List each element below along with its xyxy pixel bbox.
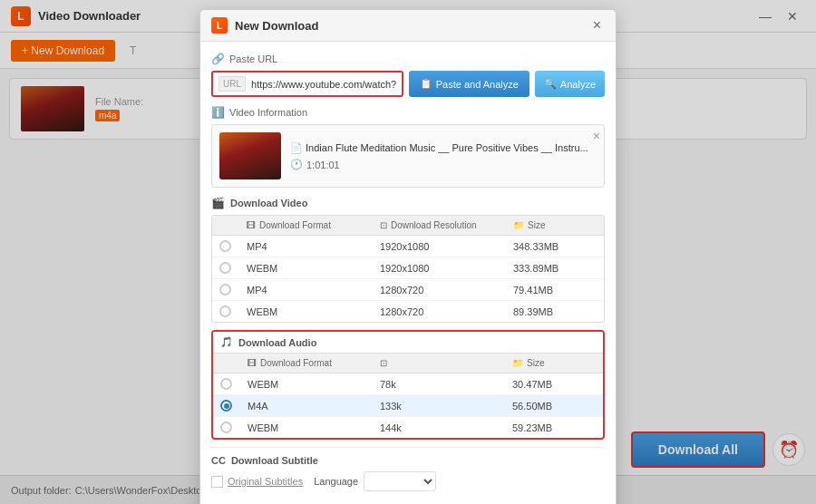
audio-bitrate-0: 78k: [380, 379, 512, 390]
url-icon: URL: [219, 76, 246, 92]
video-radio-0[interactable]: [219, 240, 231, 252]
audio-size-0: 30.47MB: [512, 379, 585, 390]
audio-size-2: 59.23MB: [512, 422, 585, 433]
download-video-section-header: 🎬 Download Video: [211, 197, 605, 209]
dialog-close-button[interactable]: ×: [589, 17, 605, 34]
video-format-3: WEBM: [247, 306, 380, 317]
url-input-row: URL 📋 Paste and Analyze 🔍 Analyze: [211, 71, 605, 97]
original-subtitles-checkbox[interactable]: [211, 476, 223, 488]
video-size-0: 348.33MB: [513, 241, 586, 252]
video-format-row-3: WEBM 1280x720 89.39MB: [212, 301, 604, 322]
video-size-3: 89.39MB: [513, 306, 586, 317]
dialog-body: 🔗 Paste URL URL 📋 Paste and Analyze 🔍 An…: [200, 42, 616, 504]
language-select[interactable]: [364, 471, 436, 491]
video-resolution-2: 1280x720: [380, 285, 513, 296]
dialog-title: New Download: [235, 19, 318, 33]
video-size-2: 79.41MB: [513, 285, 586, 296]
audio-radio-0[interactable]: [220, 378, 232, 390]
audio-row-0: WEBM 78k 30.47MB: [213, 373, 603, 395]
file-icon: 📄: [290, 142, 303, 153]
audio-bitrate-col-header: ⊡: [380, 358, 512, 368]
paste-icon: 📋: [420, 78, 432, 90]
video-duration: 🕐 1:01:01: [290, 159, 597, 170]
new-download-dialog: L New Download × 🔗 Paste URL URL: [199, 9, 617, 504]
video-info-box: 📄 Indian Flute Meditation Music __ Pure …: [211, 124, 605, 188]
video-resolution-1: 1920x1080: [380, 263, 513, 274]
video-title: 📄 Indian Flute Meditation Music __ Pure …: [290, 141, 597, 154]
audio-radio-2[interactable]: [220, 422, 232, 433]
audio-size-1: 56.50MB: [512, 401, 585, 412]
video-radio-1[interactable]: [219, 262, 231, 274]
video-section-icon: 🎬: [211, 197, 225, 209]
audio-size-col-header: 📁 Size: [512, 358, 585, 368]
video-format-row-0: MP4 1920x1080 348.33MB: [212, 236, 604, 257]
url-section-icon: 🔗: [211, 53, 225, 65]
video-format-row-2: MP4 1280x720 79.41MB: [212, 279, 604, 301]
video-resolution-3: 1280x720: [380, 306, 513, 317]
subtitle-icon: CC: [211, 455, 226, 466]
subtitle-section: CC Download Subtitle Original Subtitles …: [211, 447, 605, 491]
clock-icon: 🕐: [290, 159, 303, 170]
format-col-icon: 🎞: [247, 220, 256, 230]
video-radio-3[interactable]: [219, 305, 231, 317]
paste-url-section-label: 🔗 Paste URL: [211, 53, 605, 65]
audio-format-col-header: 🎞 Download Format: [248, 358, 380, 368]
language-label: Language: [314, 476, 358, 487]
audio-format-0: WEBM: [248, 379, 380, 390]
audio-size-icon: 📁: [512, 358, 523, 368]
audio-format-2: WEBM: [248, 422, 380, 433]
video-format-0: MP4: [247, 241, 380, 252]
video-radio-2[interactable]: [219, 284, 231, 296]
video-size-1: 333.89MB: [513, 263, 586, 274]
video-format-row-1: WEBM 1920x1080 333.89MB: [212, 257, 604, 279]
audio-format-1: M4A: [248, 401, 380, 412]
resolution-col-header: ⊡ Download Resolution: [380, 220, 513, 230]
video-info-close-button[interactable]: ×: [593, 129, 600, 143]
dialog-logo-icon: L: [211, 17, 228, 34]
format-col-header: 🎞 Download Format: [247, 220, 380, 230]
video-info-section-label: ℹ️ Video Information: [211, 106, 605, 119]
audio-row-2: WEBM 144k 59.23MB: [213, 417, 603, 438]
analyze-button[interactable]: 🔍 Analyze: [535, 71, 605, 97]
size-col-header: 📁 Size: [513, 220, 586, 230]
audio-bitrate-1: 133k: [380, 401, 512, 412]
video-format-1: WEBM: [247, 263, 380, 274]
video-thumbnail: [219, 132, 281, 179]
video-details: 📄 Indian Flute Meditation Music __ Pure …: [290, 141, 597, 170]
language-group: Language: [314, 471, 436, 491]
original-subtitles-label[interactable]: Original Subtitles: [211, 476, 303, 488]
audio-section-header: 🎵 Download Audio: [213, 332, 603, 354]
audio-table-header: 🎞 Download Format ⊡ 📁 Size: [213, 354, 603, 373]
paste-analyze-button[interactable]: 📋 Paste and Analyze: [409, 71, 529, 97]
app-background: L Video Downloader — ✕ + New Download T: [0, 0, 816, 504]
video-format-2: MP4: [247, 285, 380, 296]
audio-bitrate-2: 144k: [380, 422, 512, 433]
audio-bitrate-icon: ⊡: [380, 358, 387, 368]
audio-radio-1[interactable]: [220, 400, 232, 412]
search-icon: 🔍: [544, 78, 557, 90]
audio-row-1: M4A 133k 56.50MB: [213, 395, 603, 417]
url-input[interactable]: [251, 79, 396, 90]
video-resolution-0: 1920x1080: [380, 241, 513, 252]
video-format-table: 🎞 Download Format ⊡ Download Resolution …: [211, 215, 605, 323]
format-table-header: 🎞 Download Format ⊡ Download Resolution …: [212, 216, 604, 236]
audio-format-icon: 🎞: [248, 358, 257, 368]
url-input-wrapper: URL: [211, 71, 403, 97]
subtitle-row: Original Subtitles Language: [211, 471, 605, 491]
resolution-col-icon: ⊡: [380, 220, 387, 230]
dialog-title-left: L New Download: [211, 17, 318, 34]
audio-section: 🎵 Download Audio 🎞 Download Format ⊡: [211, 330, 605, 440]
dialog-titlebar: L New Download ×: [200, 10, 616, 42]
audio-section-icon: 🎵: [220, 336, 233, 348]
subtitle-section-header: CC Download Subtitle: [211, 455, 605, 466]
size-col-icon: 📁: [513, 220, 524, 230]
dialog-overlay: L New Download × 🔗 Paste URL URL: [0, 0, 816, 504]
info-section-icon: ℹ️: [211, 106, 225, 119]
